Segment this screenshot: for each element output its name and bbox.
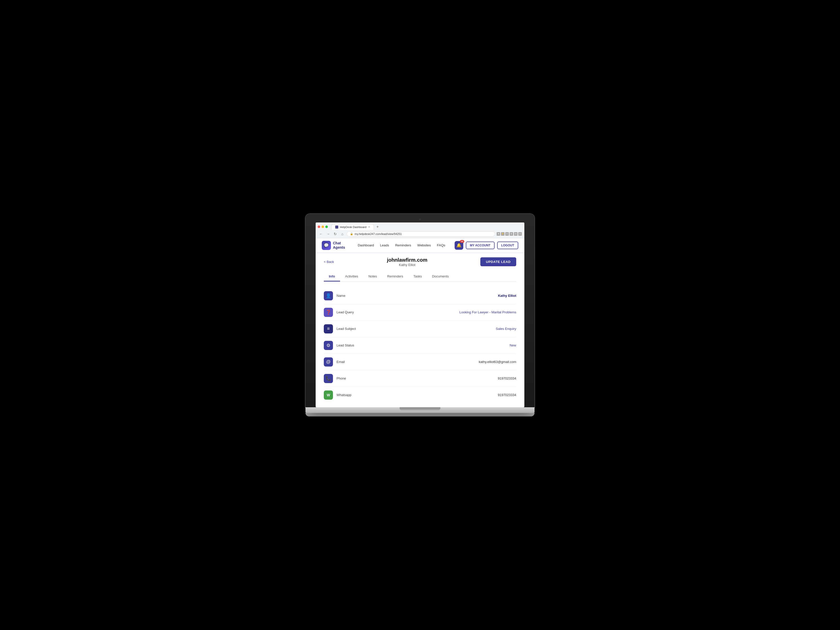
whatsapp-icon: W bbox=[324, 390, 333, 399]
tab-close-button[interactable]: ✕ bbox=[368, 226, 370, 228]
subject-icon: ≡ bbox=[324, 324, 333, 333]
info-section: 👤 Name Kathy Elliot ❓ Lead Query Looking… bbox=[324, 287, 516, 403]
name-icon: 👤 bbox=[324, 291, 333, 300]
nav-actions: 🔔 44 MY ACCOUNT LOGOUT bbox=[455, 241, 518, 250]
tab-documents[interactable]: Documents bbox=[427, 272, 454, 281]
phone-icon: 📞 bbox=[324, 374, 333, 383]
active-browser-tab[interactable]: HelpDesk Dashboard ✕ bbox=[332, 224, 374, 230]
info-row-email: @ Email kathy.elliot63@gmail.com bbox=[324, 354, 516, 370]
update-lead-button[interactable]: UPDATE LEAD bbox=[480, 257, 516, 266]
back-nav-button[interactable]: ← bbox=[318, 231, 324, 237]
info-row-whatsapp: W Whatsapp 9197023334 bbox=[324, 387, 516, 403]
phone-value: 9197023334 bbox=[498, 376, 516, 380]
maximize-window-dot[interactable] bbox=[325, 226, 328, 228]
reload-button[interactable]: ↻ bbox=[332, 231, 338, 237]
status-label: Lead Status bbox=[336, 343, 510, 347]
email-label: Email bbox=[336, 360, 479, 364]
ext-icon-5[interactable]: M bbox=[514, 232, 518, 236]
tab-info[interactable]: Info bbox=[324, 272, 340, 281]
ext-icon-1[interactable]: ★ bbox=[497, 232, 500, 236]
phone-label: Phone bbox=[336, 376, 498, 380]
browser-extensions: ★ ⚡ D B M G bbox=[497, 232, 522, 236]
tab-label: HelpDesk Dashboard bbox=[340, 226, 366, 229]
tab-notes[interactable]: Notes bbox=[363, 272, 382, 281]
nav-leads[interactable]: Leads bbox=[380, 242, 389, 248]
tab-tasks[interactable]: Tasks bbox=[408, 272, 427, 281]
nav-websites[interactable]: Websites bbox=[417, 242, 431, 248]
laptop-bottom bbox=[305, 413, 535, 417]
notifications-button[interactable]: 🔔 44 bbox=[455, 241, 463, 250]
page-title-center: johnlawfirm.com Kathy Elliot bbox=[334, 257, 480, 267]
ext-icon-6[interactable]: G bbox=[518, 232, 522, 236]
ext-icon-4[interactable]: B bbox=[510, 232, 513, 236]
email-icon: @ bbox=[324, 357, 333, 366]
logo-text: Chat Agents bbox=[333, 241, 345, 250]
whatsapp-value: 9197023334 bbox=[498, 393, 516, 397]
ext-icon-3[interactable]: D bbox=[505, 232, 509, 236]
laptop-shell: HelpDesk Dashboard ✕ + ← → ↻ ⌂ 🔒 my.help… bbox=[305, 214, 535, 417]
minimize-window-dot[interactable] bbox=[322, 226, 324, 228]
browser-tab-bar: HelpDesk Dashboard ✕ + bbox=[316, 223, 524, 230]
app-navigation: 💬 Chat Agents Dashboard Leads Reminders … bbox=[316, 238, 524, 253]
name-value: Kathy Elliot bbox=[498, 294, 516, 298]
query-label: Lead Query bbox=[336, 310, 459, 314]
subject-value: Sales Enquiry bbox=[496, 327, 516, 331]
nav-dashboard[interactable]: Dashboard bbox=[358, 242, 374, 248]
browser-chrome: HelpDesk Dashboard ✕ + ← → ↻ ⌂ 🔒 my.help… bbox=[316, 223, 524, 238]
notification-badge: 44 bbox=[460, 240, 464, 243]
lock-icon: 🔒 bbox=[350, 232, 353, 235]
logout-button[interactable]: LOGOUT bbox=[497, 242, 518, 249]
laptop-screen: HelpDesk Dashboard ✕ + ← → ↻ ⌂ 🔒 my.help… bbox=[316, 223, 524, 407]
my-account-button[interactable]: MY ACCOUNT bbox=[466, 242, 494, 249]
status-value: New bbox=[510, 343, 516, 347]
info-row-status: ⚙ Lead Status New bbox=[324, 337, 516, 354]
laptop-hinge bbox=[399, 407, 441, 411]
lead-tabs: Info Activities Notes Reminders Tasks Do… bbox=[324, 272, 516, 281]
nav-faqs[interactable]: FAQs bbox=[437, 242, 445, 248]
name-label: Name bbox=[336, 294, 498, 298]
camera bbox=[419, 218, 421, 220]
tab-favicon bbox=[335, 226, 338, 229]
screen-bezel: HelpDesk Dashboard ✕ + ← → ↻ ⌂ 🔒 my.help… bbox=[305, 214, 535, 407]
app-logo: 💬 Chat Agents bbox=[322, 241, 345, 250]
forward-nav-button[interactable]: → bbox=[325, 231, 331, 237]
query-icon: ❓ bbox=[324, 308, 333, 317]
tab-reminders[interactable]: Reminders bbox=[382, 272, 408, 281]
page-domain: johnlawfirm.com bbox=[334, 257, 480, 263]
back-link[interactable]: < Back bbox=[324, 260, 334, 264]
browser-controls bbox=[318, 226, 328, 228]
nav-links: Dashboard Leads Reminders Websites FAQs bbox=[358, 242, 447, 248]
status-icon: ⚙ bbox=[324, 341, 333, 350]
address-bar: ← → ↻ ⌂ 🔒 my.helpdesk247.com/lead/view/9… bbox=[316, 230, 524, 238]
page-content: < Back johnlawfirm.com Kathy Elliot UPDA… bbox=[316, 253, 524, 407]
tab-activities[interactable]: Activities bbox=[340, 272, 363, 281]
laptop-base bbox=[305, 407, 535, 413]
whatsapp-label: Whatsapp bbox=[336, 393, 498, 397]
ext-icon-2[interactable]: ⚡ bbox=[501, 232, 505, 236]
close-window-dot[interactable] bbox=[318, 226, 320, 228]
info-row-subject: ≡ Lead Subject Sales Enquiry bbox=[324, 321, 516, 337]
query-value: Looking For Lawyer - Marital Problems bbox=[459, 310, 516, 314]
page-subtitle: Kathy Elliot bbox=[334, 263, 480, 267]
logo-icon: 💬 bbox=[322, 241, 331, 250]
info-row-query: ❓ Lead Query Looking For Lawyer - Marita… bbox=[324, 304, 516, 321]
url-field[interactable]: 🔒 my.helpdesk247.com/lead/view/94251 bbox=[347, 231, 495, 237]
home-button[interactable]: ⌂ bbox=[339, 231, 345, 237]
url-text: my.helpdesk247.com/lead/view/94251 bbox=[355, 232, 402, 235]
subject-label: Lead Subject bbox=[336, 327, 496, 331]
page-header: < Back johnlawfirm.com Kathy Elliot UPDA… bbox=[324, 257, 516, 267]
info-row-phone: 📞 Phone 9197023334 bbox=[324, 370, 516, 387]
new-tab-button[interactable]: + bbox=[375, 224, 380, 229]
info-row-name: 👤 Name Kathy Elliot bbox=[324, 287, 516, 304]
email-value: kathy.elliot63@gmail.com bbox=[479, 360, 516, 364]
nav-reminders[interactable]: Reminders bbox=[395, 242, 411, 248]
